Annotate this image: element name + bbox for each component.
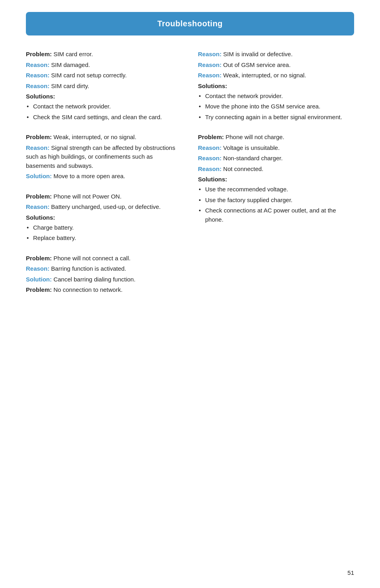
solutions-list: Use the recommended voltage. Use the fac…	[198, 185, 354, 224]
reason-label: Reason:	[26, 265, 49, 272]
section-weak-signal: Problem: Weak, interrupted, or no signal…	[26, 133, 182, 181]
solutions-list: Charge battery. Replace battery.	[26, 223, 182, 243]
reason-text: SIM damaged.	[51, 61, 90, 68]
page-number: 51	[347, 569, 354, 576]
reason-text: Weak, interrupted, or no signal.	[223, 72, 306, 79]
solution-barring: Solution: Cancel barring dialing functio…	[26, 275, 182, 284]
solution-label: Solution:	[26, 173, 52, 179]
list-item: Use the factory supplied charger.	[198, 196, 354, 205]
reason-text: SIM is invalid or defective.	[223, 51, 292, 57]
problem-power-on: Problem: Phone will not Power ON.	[26, 192, 182, 201]
reason-text: Non-standard charger.	[223, 155, 282, 161]
solutions-label: Solutions:	[26, 214, 182, 221]
list-item: Check the SIM card settings, and clean t…	[26, 113, 182, 122]
list-item: Use the recommended voltage.	[198, 185, 354, 194]
reason-text: Voltage is unsuitable.	[223, 144, 280, 151]
list-item: Try connecting again in a better signal …	[198, 113, 354, 122]
solutions-label: Solutions:	[198, 83, 354, 89]
problem-label: Problem:	[26, 286, 52, 293]
solutions-list: Contact the network provider. Move the p…	[198, 92, 354, 122]
problem-no-connection: Problem: No connection to network.	[26, 285, 182, 295]
reason-label: Reason:	[198, 51, 221, 57]
reason-label: Reason:	[26, 83, 49, 89]
reason-text: Not connected.	[223, 165, 263, 172]
problem-weak-signal: Problem: Weak, interrupted, or no signal…	[26, 133, 182, 142]
reason-signal-obstruction: Reason: Signal strength can be affected …	[26, 144, 182, 171]
right-column: Reason: SIM is invalid or defective. Rea…	[198, 50, 354, 306]
header-banner: Troubleshooting	[26, 12, 354, 35]
reason-sim-dirty: Reason: SIM card dirty.	[26, 82, 182, 91]
solution-text: Move to a more open area.	[53, 173, 125, 179]
list-item: Move the phone into the GSM service area…	[198, 102, 354, 111]
page-container: Troubleshooting Problem: SIM card error.…	[0, 0, 380, 330]
reason-label: Reason:	[198, 155, 221, 161]
reason-voltage: Reason: Voltage is unsuitable.	[198, 144, 354, 153]
reason-text: Battery uncharged, used-up, or defective…	[51, 203, 161, 210]
two-column-layout: Problem: SIM card error. Reason: SIM dam…	[26, 50, 354, 306]
list-item: Contact the network provider.	[198, 92, 354, 101]
section-sim-card-error: Problem: SIM card error. Reason: SIM dam…	[26, 50, 182, 122]
problem-charge: Problem: Phone will not charge.	[198, 133, 354, 142]
reason-label: Reason:	[198, 61, 221, 68]
reason-label: Reason:	[198, 72, 221, 79]
problem-label: Problem:	[26, 255, 52, 262]
section-power-on: Problem: Phone will not Power ON. Reason…	[26, 192, 182, 243]
problem-label: Problem:	[26, 134, 52, 140]
problem-text: Weak, interrupted, or no signal.	[53, 134, 136, 140]
problem-text: Phone will not connect a call.	[53, 255, 130, 262]
reason-sim-not-setup: Reason: SIM card not setup correctly.	[26, 71, 182, 80]
solution-label: Solution:	[26, 276, 52, 283]
solutions-list: Contact the network provider. Check the …	[26, 102, 182, 122]
solutions-label: Solutions:	[198, 176, 354, 183]
solution-text: Cancel barring dialing function.	[53, 276, 135, 283]
problem-text: No connection to network.	[53, 286, 122, 293]
section-charge: Problem: Phone will not charge. Reason: …	[198, 133, 354, 224]
reason-text: Out of GSM service area.	[223, 61, 290, 68]
list-item: Charge battery.	[26, 223, 182, 232]
problem-text: SIM card error.	[53, 51, 93, 57]
problem-label: Problem:	[26, 193, 52, 200]
reason-text: SIM card dirty.	[51, 83, 89, 89]
reason-text: SIM card not setup correctly.	[51, 72, 127, 79]
reason-sim-invalid: Reason: SIM is invalid or defective.	[198, 50, 354, 59]
reason-label: Reason:	[26, 61, 49, 68]
list-item: Contact the network provider.	[26, 102, 182, 111]
reason-label: Reason:	[26, 203, 49, 210]
problem-label: Problem:	[198, 134, 224, 140]
reason-battery: Reason: Battery uncharged, used-up, or d…	[26, 203, 182, 212]
problem-text: Phone will not Power ON.	[53, 193, 121, 200]
reason-label: Reason:	[198, 165, 221, 172]
reason-gsm-area: Reason: Out of GSM service area.	[198, 61, 354, 70]
reason-weak-signal: Reason: Weak, interrupted, or no signal.	[198, 71, 354, 80]
list-item: Replace battery.	[26, 234, 182, 243]
reason-label: Reason:	[26, 72, 49, 79]
solutions-label: Solutions:	[26, 93, 182, 100]
section-no-connection-reasons: Reason: SIM is invalid or defective. Rea…	[198, 50, 354, 122]
problem-sim-card-error: Problem: SIM card error.	[26, 50, 182, 59]
solution-open-area: Solution: Move to a more open area.	[26, 172, 182, 181]
reason-nonstandard-charger: Reason: Non-standard charger.	[198, 154, 354, 163]
page-title: Troubleshooting	[34, 19, 346, 28]
reason-label: Reason:	[198, 144, 221, 151]
problem-label: Problem:	[26, 51, 52, 57]
reason-label: Reason:	[26, 144, 49, 151]
reason-text: Barring function is activated.	[51, 265, 126, 272]
list-item: Check connections at AC power outlet, an…	[198, 206, 354, 224]
problem-text: Phone will not charge.	[225, 134, 284, 140]
reason-barring: Reason: Barring function is activated.	[26, 264, 182, 273]
problem-connect-call: Problem: Phone will not connect a call.	[26, 254, 182, 263]
left-column: Problem: SIM card error. Reason: SIM dam…	[26, 50, 182, 306]
reason-not-connected: Reason: Not connected.	[198, 165, 354, 174]
reason-sim-damaged: Reason: SIM damaged.	[26, 61, 182, 70]
section-connect-call: Problem: Phone will not connect a call. …	[26, 254, 182, 295]
